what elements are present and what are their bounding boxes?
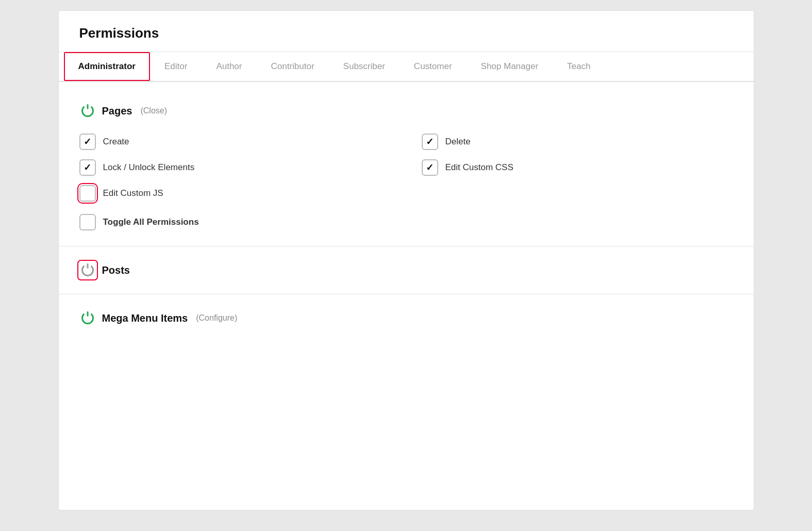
tab-subscriber[interactable]: Subscriber — [329, 52, 400, 81]
checkmark-edit-custom-css: ✓ — [426, 163, 434, 172]
toggle-all-label: Toggle All Permissions — [103, 217, 199, 227]
mega-menu-section-title: Mega Menu Items — [102, 312, 188, 324]
posts-section-title: Posts — [102, 264, 130, 276]
permission-create: ✓ Create — [79, 134, 391, 150]
tab-teach[interactable]: Teach — [553, 52, 605, 81]
pages-section: Pages (Close) ✓ Create ✓ Delete — [59, 87, 754, 246]
posts-header: Posts — [79, 262, 733, 278]
label-delete: Delete — [445, 137, 471, 147]
toggle-all-row: Toggle All Permissions — [79, 214, 733, 230]
checkbox-lock-unlock[interactable]: ✓ — [79, 159, 96, 176]
tab-shop-manager[interactable]: Shop Manager — [467, 52, 553, 81]
content-area: Pages (Close) ✓ Create ✓ Delete — [59, 82, 754, 347]
permissions-grid: ✓ Create ✓ Delete ✓ Lock / Unlock Ele — [79, 134, 733, 202]
checkbox-edit-custom-js[interactable] — [79, 185, 96, 202]
label-edit-custom-css: Edit Custom CSS — [445, 162, 513, 173]
page-title-bar: Permissions — [59, 11, 754, 52]
checkbox-delete[interactable]: ✓ — [422, 134, 438, 150]
tab-customer[interactable]: Customer — [400, 52, 467, 81]
permission-edit-custom-js: Edit Custom JS — [79, 185, 391, 202]
posts-power-icon[interactable] — [79, 262, 96, 278]
checkmark-create: ✓ — [84, 137, 91, 146]
tab-administrator[interactable]: Administrator — [64, 52, 150, 81]
tab-contributor[interactable]: Contributor — [256, 52, 328, 81]
tab-author[interactable]: Author — [202, 52, 256, 81]
page-title: Permissions — [79, 25, 733, 41]
tabs-list: Administrator Editor Author Contributor … — [59, 52, 754, 81]
permission-edit-custom-css: ✓ Edit Custom CSS — [422, 159, 733, 176]
mega-menu-header: Mega Menu Items (Configure) — [79, 310, 733, 326]
pages-section-subtitle[interactable]: (Close) — [140, 106, 167, 115]
checkmark-lock-unlock: ✓ — [84, 163, 91, 172]
label-create: Create — [103, 137, 129, 147]
tab-editor[interactable]: Editor — [150, 52, 202, 81]
checkmark-delete: ✓ — [426, 137, 434, 146]
label-lock-unlock: Lock / Unlock Elements — [103, 162, 195, 173]
permission-delete: ✓ Delete — [422, 134, 733, 150]
posts-section: Posts — [59, 246, 754, 294]
permission-lock-unlock: ✓ Lock / Unlock Elements — [79, 159, 391, 176]
checkbox-toggle-all[interactable] — [79, 214, 96, 230]
pages-power-icon[interactable] — [79, 103, 96, 119]
checkbox-create[interactable]: ✓ — [79, 134, 96, 150]
mega-menu-section: Mega Menu Items (Configure) — [59, 294, 754, 342]
pages-section-header: Pages (Close) — [79, 103, 733, 119]
checkbox-edit-custom-css[interactable]: ✓ — [422, 159, 438, 176]
mega-menu-power-icon[interactable] — [79, 310, 96, 326]
pages-section-title: Pages — [102, 105, 132, 117]
mega-menu-section-subtitle[interactable]: (Configure) — [196, 313, 237, 323]
main-container: Permissions Administrator Editor Author … — [58, 10, 754, 510]
label-edit-custom-js: Edit Custom JS — [103, 188, 163, 198]
tabs-wrapper[interactable]: Administrator Editor Author Contributor … — [59, 52, 754, 82]
